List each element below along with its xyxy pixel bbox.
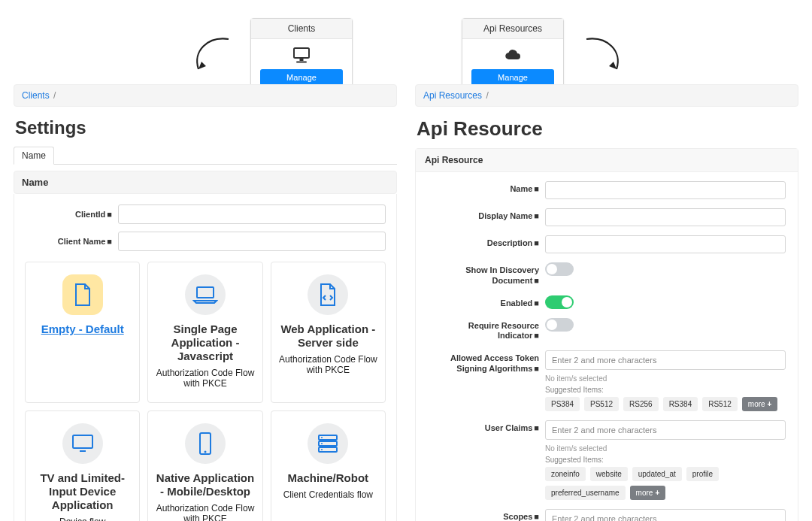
api-resource-form: Name■ Display Name■ Description■ Show In… bbox=[416, 172, 798, 521]
client-type-tile-native[interactable]: Native Application - Mobile/DesktopAutho… bbox=[147, 410, 262, 521]
tile-title: Single Page Application - Javascript bbox=[156, 323, 254, 363]
cloud-icon bbox=[462, 39, 563, 69]
tile-title: Native Application - Mobile/Desktop bbox=[156, 471, 254, 498]
label-allowed-sign-algs: Allowed Access Token Signing Algorithms■ bbox=[428, 350, 545, 411]
toggle-enabled[interactable] bbox=[545, 295, 574, 309]
svg-point-11 bbox=[321, 443, 323, 444]
client-type-tile-spa[interactable]: Single Page Application - JavascriptAuth… bbox=[147, 262, 262, 403]
input-clientid[interactable] bbox=[118, 204, 386, 224]
section-header-name: Name bbox=[14, 171, 397, 194]
tv-icon bbox=[62, 423, 103, 464]
svg-point-10 bbox=[321, 437, 323, 438]
file-icon bbox=[62, 274, 103, 315]
card-clients: Clients Manage bbox=[250, 18, 353, 92]
input-scopes[interactable]: Enter 2 and more characters bbox=[545, 509, 786, 521]
svg-rect-4 bbox=[73, 435, 92, 448]
page-title-api-resource: Api Resource bbox=[417, 117, 797, 141]
suggestion-chip[interactable]: RS256 bbox=[623, 397, 659, 411]
label-api-description: Description■ bbox=[428, 235, 545, 253]
tile-title: TV and Limited-Input Device Application bbox=[33, 471, 132, 512]
card-api-resources-title: Api Resources bbox=[462, 19, 563, 39]
api-resource-panel: Api Resources / Api Resource Api Resourc… bbox=[415, 84, 798, 521]
suggested-header-claims: Suggested Items: bbox=[545, 456, 786, 464]
client-type-tile-empty[interactable]: Empty - Default bbox=[25, 262, 140, 403]
suggestion-chip[interactable]: preferred_username bbox=[545, 486, 626, 500]
label-user-claims: User Claims■ bbox=[428, 420, 545, 500]
label-clientid: ClientId■ bbox=[25, 210, 118, 219]
input-user-claims[interactable]: Enter 2 and more characters bbox=[545, 420, 786, 440]
breadcrumb-api: Api Resources / bbox=[415, 84, 798, 107]
card-clients-manage-button[interactable]: Manage bbox=[260, 69, 343, 86]
settings-tabs: Name bbox=[14, 146, 397, 165]
svg-rect-0 bbox=[294, 48, 309, 58]
svg-rect-2 bbox=[296, 62, 307, 63]
label-api-name: Name■ bbox=[428, 181, 545, 199]
tile-subtitle: Client Credentials flow bbox=[279, 489, 377, 500]
server-icon bbox=[308, 423, 348, 464]
desktop-icon bbox=[251, 39, 352, 69]
tile-title: Machine/Robot bbox=[279, 471, 377, 485]
laptop-icon bbox=[185, 274, 226, 315]
arrow-left-icon bbox=[185, 30, 238, 83]
arrow-right-icon bbox=[577, 30, 630, 83]
suggestion-chip[interactable]: RS512 bbox=[702, 397, 738, 411]
settings-form: ClientId■ Client Name■ Empty - DefaultSi… bbox=[14, 194, 397, 521]
label-clientname: Client Name■ bbox=[25, 237, 118, 246]
note-no-items-algs: No item/s selected bbox=[545, 374, 786, 383]
breadcrumb-separator: / bbox=[484, 90, 489, 101]
svg-point-12 bbox=[321, 449, 323, 450]
client-type-grid: Empty - DefaultSingle Page Application -… bbox=[25, 262, 386, 521]
card-api-manage-button[interactable]: Manage bbox=[471, 69, 554, 86]
tile-title: Empty - Default bbox=[33, 323, 132, 336]
label-api-display-name: Display Name■ bbox=[428, 208, 545, 226]
more-button[interactable]: more+ bbox=[742, 397, 778, 411]
mobile-icon bbox=[185, 423, 226, 464]
breadcrumb-separator: / bbox=[52, 90, 57, 101]
more-button[interactable]: more+ bbox=[630, 486, 666, 500]
suggested-header-algs: Suggested Items: bbox=[545, 386, 786, 394]
chips-algs: PS384PS512RS256RS384RS512more+ bbox=[545, 397, 786, 411]
page-title-settings: Settings bbox=[15, 117, 395, 138]
input-allowed-sign-algs[interactable]: Enter 2 and more characters bbox=[545, 350, 786, 370]
svg-rect-3 bbox=[197, 287, 214, 298]
input-clientname[interactable] bbox=[118, 232, 386, 251]
card-api-resources: Api Resources Manage bbox=[462, 18, 564, 92]
label-require-resource-indicator: Require Resource Indicator■ bbox=[428, 318, 545, 342]
breadcrumb-clients-link[interactable]: Clients bbox=[22, 90, 50, 101]
tile-subtitle: Authorization Code Flow with PKCE bbox=[156, 368, 254, 389]
label-show-in-disco: Show In Discovery Document■ bbox=[428, 262, 545, 286]
toggle-show-in-disco[interactable] bbox=[545, 262, 574, 276]
code-file-icon bbox=[308, 274, 348, 315]
svg-point-6 bbox=[204, 451, 206, 453]
input-api-display-name[interactable] bbox=[545, 208, 786, 226]
suggestion-chip[interactable]: PS384 bbox=[545, 397, 580, 411]
tile-subtitle: Authorization Code Flow with PKCE bbox=[279, 354, 377, 375]
suggestion-chip[interactable]: RS384 bbox=[663, 397, 698, 411]
panel-header-api-resource: Api Resource bbox=[416, 149, 798, 172]
suggestion-chip[interactable]: website bbox=[590, 467, 628, 481]
note-no-items-claims: No item/s selected bbox=[545, 444, 786, 453]
tile-subtitle: Authorization Code Flow with PKCE bbox=[156, 503, 254, 521]
tab-name[interactable]: Name bbox=[14, 147, 54, 165]
client-type-tile-machine[interactable]: Machine/RobotClient Credentials flow bbox=[271, 410, 386, 521]
breadcrumb-clients: Clients / bbox=[14, 84, 397, 107]
chips-claims: zoneinfowebsiteupdated_atprofilepreferre… bbox=[545, 467, 786, 500]
tile-title: Web Application - Server side bbox=[279, 323, 377, 350]
card-clients-title: Clients bbox=[251, 19, 352, 39]
label-scopes: Scopes■ bbox=[428, 509, 545, 521]
client-type-tile-web[interactable]: Web Application - Server sideAuthorizati… bbox=[271, 262, 386, 403]
suggestion-chip[interactable]: PS512 bbox=[584, 397, 619, 411]
svg-rect-1 bbox=[300, 59, 304, 61]
toggle-require-resource-indicator[interactable] bbox=[545, 318, 574, 332]
client-type-tile-tv[interactable]: TV and Limited-Input Device ApplicationD… bbox=[25, 410, 140, 521]
input-api-name[interactable] bbox=[545, 181, 786, 199]
clients-settings-panel: Clients / Settings Name Name ClientId■ C… bbox=[14, 84, 397, 521]
tile-subtitle: Device flow bbox=[33, 516, 132, 521]
label-enabled: Enabled■ bbox=[428, 295, 545, 309]
suggestion-chip[interactable]: zoneinfo bbox=[545, 467, 586, 481]
input-api-description[interactable] bbox=[545, 235, 786, 253]
suggestion-chip[interactable]: updated_at bbox=[632, 467, 682, 481]
suggestion-chip[interactable]: profile bbox=[686, 467, 719, 481]
breadcrumb-api-link[interactable]: Api Resources bbox=[423, 90, 482, 101]
